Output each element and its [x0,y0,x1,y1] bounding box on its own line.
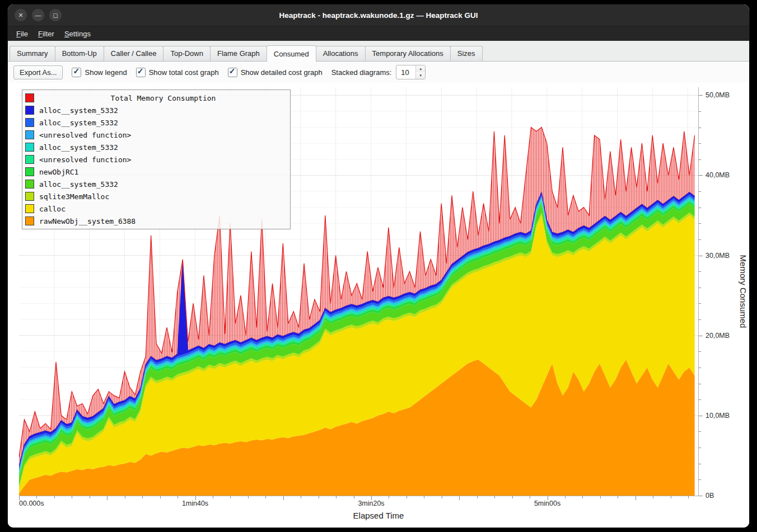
x-tick [442,496,442,498]
x-tick [283,496,284,500]
x-axis-title: Elapsed Time [8,509,749,528]
menu-file[interactable]: File [11,28,33,40]
x-tick-label: 00.000s [19,500,44,507]
arrow-up-icon[interactable]: ▲ [416,65,425,72]
export-as-button[interactable]: Export As... [13,65,63,79]
x-tick [477,496,478,498]
legend-entry: alloc__system_5332 [25,141,287,153]
x-tick [618,496,618,498]
tab-bottom-up[interactable]: Bottom-Up [55,46,104,61]
y-tick-label: 0B [705,492,714,500]
chart-toolbar: Export As... Show legend Show total cost… [8,62,749,83]
heaptrack-window: ✕ — ◻ Heaptrack - heaptrack.wakunode.1.g… [8,4,749,528]
y-tick [699,351,701,352]
tab-flame-graph[interactable]: Flame Graph [210,46,267,61]
y-axis-title: Memory Consumed [739,255,748,328]
stacked-diagrams-stepper[interactable]: 10 ▲ ▼ [396,65,426,79]
title-bar[interactable]: ✕ — ◻ Heaptrack - heaptrack.wakunode.1.g… [8,4,749,26]
y-tick [699,431,701,432]
y-tick [699,159,701,160]
legend-entry: <unresolved function> [25,129,287,141]
x-tick [512,496,513,498]
legend-swatch [25,204,34,213]
y-tick [699,464,701,464]
x-tick [142,496,143,498]
legend-label: newObjRC1 [39,168,78,176]
x-tick [248,496,249,498]
y-tick [699,496,703,496]
x-tick [336,496,337,498]
tab-summary[interactable]: Summary [10,46,55,61]
x-tick [265,496,266,498]
y-tick-label: 30,0MB [705,252,730,260]
x-tick [354,496,354,498]
x-tick [125,496,125,498]
x-tick [389,496,389,498]
x-tick [530,496,530,498]
legend-entry: <unresolved function> [25,153,287,166]
x-tick [494,496,495,498]
show-total-cost-checkbox[interactable]: Show total cost graph [136,68,219,77]
y-tick [699,191,701,192]
tab-top-down[interactable]: Top-Down [163,46,211,61]
stepper-buttons: ▲ ▼ [415,65,425,79]
window-title: Heaptrack - heaptrack.wakunode.1.gz — He… [8,11,749,20]
legend-label: rawNewObj__system_6388 [39,217,135,225]
y-tick [699,336,703,336]
tab-temporary-allocations[interactable]: Temporary Allocations [365,46,451,61]
checkbox-icon[interactable] [228,68,237,77]
y-tick [699,416,703,416]
y-tick [699,399,701,400]
checkbox-icon[interactable] [72,68,81,77]
menu-settings[interactable]: Settings [59,28,96,40]
legend-swatch [25,106,34,115]
legend-entry: sqlite3MemMalloc [25,190,287,203]
legend-label: alloc__system_5332 [39,180,118,189]
menu-bar: File Filter Settings [8,26,749,41]
tab-allocations[interactable]: Allocations [316,46,366,61]
close-icon[interactable]: ✕ [15,9,27,21]
tab-consumed[interactable]: Consumed [267,45,316,62]
minimize-icon[interactable]: — [32,9,44,21]
show-detailed-cost-checkbox[interactable]: Show detailed cost graph [228,68,323,77]
y-tick [699,384,701,384]
legend-label: alloc__system_5332 [39,143,118,152]
y-axis: Memory Consumed 0B10,0MB20,0MB30,0MB40,0… [698,87,749,496]
legend-label: <unresolved function> [39,131,131,139]
show-legend-checkbox[interactable]: Show legend [72,68,127,77]
legend-label: calloc [39,205,66,213]
x-tick [688,496,689,498]
checkbox-icon[interactable] [136,68,146,77]
x-tick [319,496,319,498]
stacked-diagrams-value[interactable]: 10 [396,65,415,79]
x-tick [671,496,671,498]
x-tick [301,496,301,498]
x-tick-label: 3min20s [358,500,384,507]
tab-sizes[interactable]: Sizes [450,46,483,61]
maximize-icon[interactable]: ◻ [49,9,62,21]
x-tick [424,496,424,498]
menu-filter[interactable]: Filter [33,28,59,40]
x-axis: 00.000s1min40s3min20s5min00s [19,496,699,509]
checkbox-label: Show legend [85,68,127,77]
legend-title-row: Total Memory Consumption [25,92,287,104]
legend-entry: alloc__system_5332 [25,104,287,116]
arrow-down-icon[interactable]: ▼ [416,72,425,79]
x-tick-label: 1min40s [182,500,208,507]
y-tick [699,319,701,320]
memory-plot[interactable]: Total Memory Consumption alloc__system_5… [19,87,698,496]
legend-entry: newObjRC1 [25,166,287,178]
checkbox-label: Show total cost graph [149,68,219,77]
y-tick-label: 40,0MB [705,171,730,179]
tab-caller-callee[interactable]: Caller / Callee [104,46,164,61]
legend-swatch [25,180,34,189]
legend-swatch [25,118,34,127]
y-tick [699,288,701,288]
legend-swatch [25,216,34,225]
y-tick [699,143,701,144]
legend-label: alloc__system_5332 [39,106,118,115]
x-tick-label: 5min00s [534,500,560,507]
y-tick [699,256,703,256]
legend-entry: rawNewObj__system_6388 [25,215,287,227]
x-tick [600,496,601,498]
